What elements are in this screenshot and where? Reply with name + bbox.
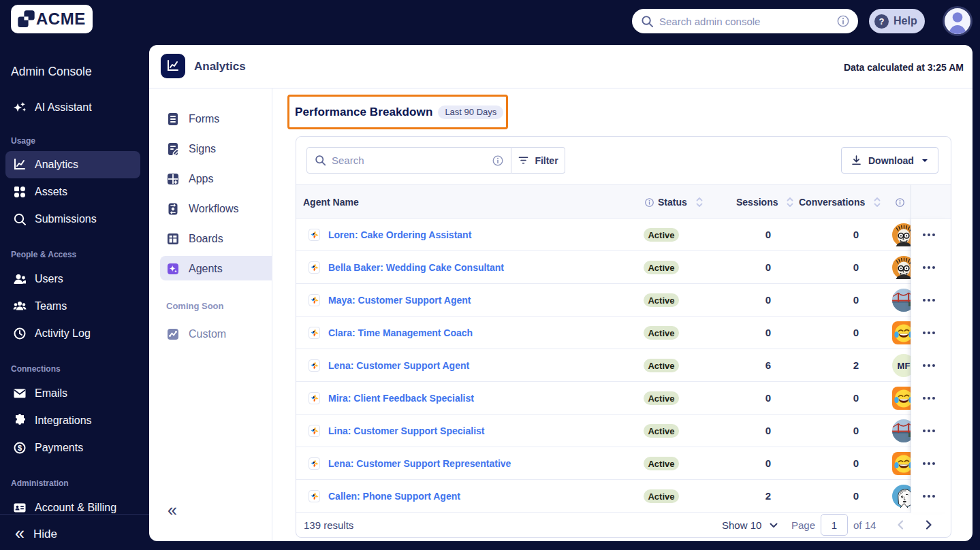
svg-text:MF: MF: [898, 361, 911, 371]
svg-text:$: $: [18, 444, 22, 452]
